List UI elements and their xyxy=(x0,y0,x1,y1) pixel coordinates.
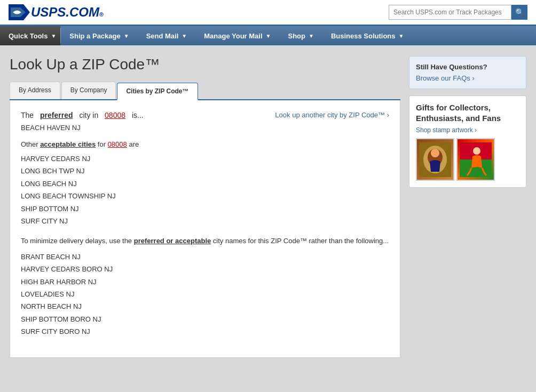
acceptable-city-item: HARVEY CEDARS NJ xyxy=(21,153,389,165)
promo-shop-link[interactable]: Shop stamp artwork › xyxy=(416,126,519,134)
nav-label-ship-package: Ship a Package xyxy=(69,32,120,40)
acceptable-city-item: LONG BCH TWP NJ xyxy=(21,165,389,177)
tab-by-company[interactable]: By Company xyxy=(61,82,116,99)
delivery-note: To minimize delivery delays, use the pre… xyxy=(21,236,389,246)
preferred-city-value: BEACH HAVEN NJ xyxy=(21,124,389,132)
nav-item-send-mail[interactable]: Send Mail ▼ xyxy=(138,26,196,45)
nav-item-shop[interactable]: Shop ▼ xyxy=(279,26,322,45)
nav-label-business: Business Solutions xyxy=(331,32,396,40)
nav-item-manage-mail[interactable]: Manage Your Mail ▼ xyxy=(195,26,279,45)
sidebar: Still Have Questions? Browse our FAQs › … xyxy=(409,56,526,358)
nav-arrow-quick-tools: ▼ xyxy=(51,33,56,39)
tab-cities-by-zip[interactable]: Cities by ZIP Code™ xyxy=(117,83,198,100)
stamp-image-1 xyxy=(416,138,454,181)
page-title: Look Up a ZIP Code™ xyxy=(10,56,400,73)
header: USPS.COM® 🔍 xyxy=(0,0,536,26)
nav-arrow-business: ▼ xyxy=(399,33,404,39)
stamp-inner-1 xyxy=(417,139,453,180)
logo-com: .COM xyxy=(66,5,99,20)
nav-arrow-shop: ▼ xyxy=(309,33,314,39)
nav-arrow-send-mail: ▼ xyxy=(182,33,187,39)
acceptable-line: Other acceptable cities for 08008 are xyxy=(21,140,389,148)
acceptable-city-item: LONG BEACH NJ xyxy=(21,178,389,190)
search-button[interactable]: 🔍 xyxy=(511,5,527,20)
main-content: Look Up a ZIP Code™ By Address By Compan… xyxy=(1,45,535,369)
acceptable-zip-link[interactable]: 08008 xyxy=(108,140,127,148)
logo-area: USPS.COM® xyxy=(9,4,104,20)
nav-label-quick-tools: Quick Tools xyxy=(9,32,48,40)
unacceptable-cities-list: BRANT BEACH NJHARVEY CEDARS BORO NJHIGH … xyxy=(21,251,389,338)
results-box: The preferred city in 08008 is... Look u… xyxy=(10,100,400,358)
unacceptable-city-item: SHIP BOTTOM BORO NJ xyxy=(21,313,389,325)
preferred-line: The preferred city in 08008 is... Look u… xyxy=(21,111,389,119)
preferred-mid: city in xyxy=(79,111,98,119)
acceptable-city-item: SHIP BOTTOM NJ xyxy=(21,203,389,215)
preferred-line-left: The preferred city in 08008 is... xyxy=(21,111,144,119)
nav-item-quick-tools[interactable]: Quick Tools ▼ xyxy=(0,26,60,45)
nav-arrow-manage-mail: ▼ xyxy=(266,33,271,39)
delivery-note-prefix: To minimize delivery delays, use the xyxy=(21,237,132,245)
unacceptable-city-item: HIGH BAR HARBOR NJ xyxy=(21,276,389,288)
search-icon: 🔍 xyxy=(515,8,524,17)
preferred-end: is... xyxy=(132,111,144,119)
stamp-images xyxy=(416,138,519,181)
faq-link[interactable]: Browse our FAQs › xyxy=(416,74,475,82)
delivery-note-suffix: city names for this ZIP Code™ rather tha… xyxy=(213,237,389,245)
acceptable-word: acceptable cities xyxy=(40,140,96,148)
tab-bar: By Address By Company Cities by ZIP Code… xyxy=(10,82,400,100)
logo-trademark: ® xyxy=(99,11,104,18)
unacceptable-city-item: HARVEY CEDARS BORO NJ xyxy=(21,263,389,275)
promo-title: Gifts for Collectors, Enthusiasts, and F… xyxy=(416,102,519,123)
unacceptable-city-item: BRANT BEACH NJ xyxy=(21,251,389,263)
acceptable-city-item: SURF CITY NJ xyxy=(21,215,389,227)
search-input[interactable] xyxy=(389,5,511,20)
logo-text: USPS.COM® xyxy=(31,5,104,20)
nav-label-manage-mail: Manage Your Mail xyxy=(204,32,262,40)
acceptable-cities-list: HARVEY CEDARS NJLONG BCH TWP NJLONG BEAC… xyxy=(21,153,389,227)
usps-eagle-icon xyxy=(9,4,30,20)
navigation: Quick Tools ▼ Ship a Package ▼ Send Mail… xyxy=(0,26,536,45)
acceptable-city-item: LONG BEACH TOWNSHIP NJ xyxy=(21,190,389,202)
faq-box: Still Have Questions? Browse our FAQs › xyxy=(409,56,526,89)
delivery-note-link: preferred or acceptable xyxy=(134,237,211,245)
tab-by-address[interactable]: By Address xyxy=(10,82,60,99)
acceptable-prefix: Other xyxy=(21,140,38,148)
unacceptable-city-item: NORTH BEACH NJ xyxy=(21,300,389,313)
stamp-image-2 xyxy=(456,138,495,181)
promo-box: Gifts for Collectors, Enthusiasts, and F… xyxy=(409,95,526,188)
unacceptable-city-item: LOVELADIES NJ xyxy=(21,288,389,300)
acceptable-for: for xyxy=(98,140,106,148)
faq-title: Still Have Questions? xyxy=(416,63,519,71)
nav-item-business[interactable]: Business Solutions ▼ xyxy=(322,26,413,45)
nav-item-ship-package[interactable]: Ship a Package ▼ xyxy=(61,26,137,45)
preferred-zip-link[interactable]: 08008 xyxy=(105,111,125,119)
stamp-inner-2 xyxy=(458,139,494,180)
preferred-label-the: The xyxy=(21,111,34,119)
unacceptable-city-item: SURF CITY BORO NJ xyxy=(21,325,389,338)
preferred-word: preferred xyxy=(40,111,73,119)
search-area: 🔍 xyxy=(389,5,527,20)
acceptable-end: are xyxy=(129,140,139,148)
svg-point-5 xyxy=(431,149,439,157)
nav-label-shop: Shop xyxy=(288,32,305,40)
lookup-another-link[interactable]: Look up another city by ZIP Code™ › xyxy=(275,111,389,119)
nav-label-send-mail: Send Mail xyxy=(146,32,179,40)
nav-arrow-ship: ▼ xyxy=(124,33,129,39)
svg-point-9 xyxy=(473,147,480,155)
content-area: Look Up a ZIP Code™ By Address By Compan… xyxy=(10,56,400,358)
